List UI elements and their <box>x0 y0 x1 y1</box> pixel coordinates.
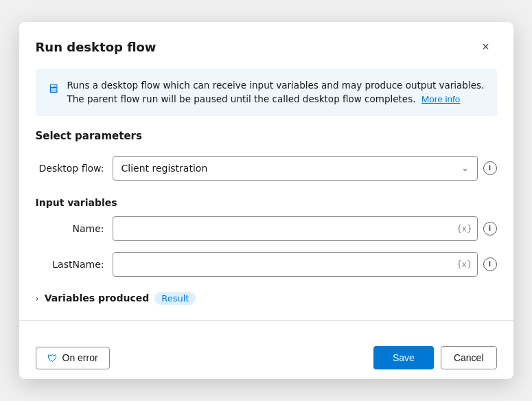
section-label: Select parameters <box>19 116 513 150</box>
footer-divider <box>19 320 513 321</box>
name-info-icon[interactable]: i <box>483 222 497 236</box>
variables-produced-label: Variables produced <box>45 293 150 303</box>
lastname-info-icon[interactable]: i <box>483 257 497 271</box>
run-desktop-flow-dialog: Run desktop flow × 🖥 Runs a desktop flow… <box>19 22 513 379</box>
footer-right: Save Cancel <box>373 346 497 369</box>
desktop-flow-control-wrap: Client registration ⌄ i <box>113 156 497 181</box>
chevron-right-icon[interactable]: › <box>36 293 39 303</box>
dialog-header: Run desktop flow × <box>19 22 513 69</box>
lastname-input[interactable] <box>113 252 478 277</box>
dialog-footer: 🛡 On error Save Cancel <box>19 336 513 379</box>
info-banner-text: Runs a desktop flow which can receive in… <box>67 78 486 106</box>
on-error-button[interactable]: 🛡 On error <box>36 347 110 369</box>
name-label: Name: <box>36 223 104 234</box>
name-control-wrap: {x} i <box>113 216 497 241</box>
name-input[interactable] <box>113 216 478 241</box>
name-input-wrap: {x} <box>113 216 478 241</box>
lastname-row: LastName: {x} i <box>19 247 513 282</box>
lastname-input-wrap: {x} <box>113 252 478 277</box>
name-row: Name: {x} i <box>19 211 513 247</box>
more-info-link[interactable]: More info <box>421 94 460 104</box>
info-banner: 🖥 Runs a desktop flow which can receive … <box>36 69 497 116</box>
cancel-button[interactable]: Cancel <box>441 346 497 369</box>
dialog-title: Run desktop flow <box>36 40 157 54</box>
shield-icon: 🛡 <box>47 352 58 364</box>
lastname-control-wrap: {x} i <box>113 252 497 277</box>
desktop-flow-label: Desktop flow: <box>36 163 104 174</box>
desktop-flow-info-icon[interactable]: i <box>483 161 497 175</box>
chevron-down-icon: ⌄ <box>461 163 468 173</box>
monitor-icon: 🖥 <box>47 79 59 98</box>
close-button[interactable]: × <box>475 36 497 58</box>
desktop-flow-selected-value: Client registration <box>122 163 208 174</box>
on-error-label: On error <box>62 352 98 363</box>
variables-produced-row: › Variables produced Result <box>19 282 513 314</box>
lastname-label: LastName: <box>36 259 104 270</box>
save-button[interactable]: Save <box>373 346 434 369</box>
result-badge: Result <box>154 292 196 305</box>
input-variables-label: Input variables <box>19 186 513 211</box>
desktop-flow-select[interactable]: Client registration ⌄ <box>113 156 478 181</box>
desktop-flow-row: Desktop flow: Client registration ⌄ i <box>19 150 513 186</box>
